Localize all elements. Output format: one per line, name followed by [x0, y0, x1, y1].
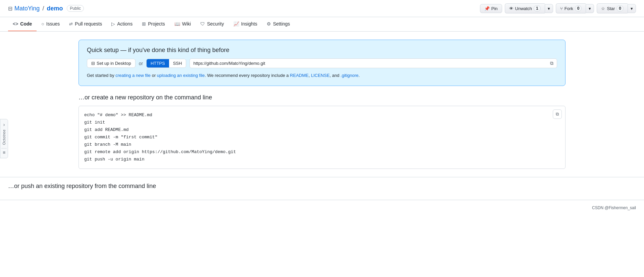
- pull-requests-icon: ⇄: [69, 21, 73, 27]
- repo-visibility-badge: Public: [67, 5, 84, 12]
- url-input-wrapper: ⧉: [190, 58, 557, 68]
- main-content: Quick setup — if you've done this kind o…: [70, 32, 574, 169]
- octotree-menu-icon: ≡: [3, 150, 5, 155]
- pin-icon: 📌: [484, 6, 490, 11]
- octotree-chevron: ›: [3, 122, 5, 127]
- setup-or-text: or: [139, 61, 143, 66]
- command-line-title: …or create a new repository on the comma…: [78, 94, 566, 101]
- hint-mid1: or: [151, 73, 157, 78]
- hint-link-gitignore[interactable]: .gitignore: [340, 73, 358, 78]
- nav-label-settings: Settings: [273, 21, 290, 27]
- hint-end: , and: [330, 73, 341, 78]
- wiki-icon: 📖: [174, 21, 180, 27]
- setup-desktop-button[interactable]: ⊟ Set up in Desktop: [87, 59, 136, 68]
- nav-label-actions: Actions: [117, 21, 132, 27]
- fork-count: 0: [575, 5, 582, 11]
- fork-icon: ⑂: [560, 6, 563, 11]
- repo-nav: <> Code ○ Issues ⇄ Pull requests ▷ Actio…: [0, 17, 644, 32]
- fork-button[interactable]: ⑂ Fork 0: [556, 3, 586, 13]
- star-caret[interactable]: ▾: [628, 4, 636, 13]
- code-block: echo "# demo" >> README.md git init git …: [84, 111, 552, 164]
- star-icon: ☆: [601, 6, 605, 11]
- issues-icon: ○: [41, 21, 44, 27]
- hint-link-new-file[interactable]: creating a new file: [115, 73, 151, 78]
- nav-label-pull-requests: Pull requests: [75, 21, 102, 27]
- hint-link-license[interactable]: LICENSE: [311, 73, 330, 78]
- https-button[interactable]: HTTPS: [147, 59, 169, 67]
- repo-url-input[interactable]: [190, 59, 547, 67]
- nav-item-issues[interactable]: ○ Issues: [37, 17, 64, 31]
- repo-type-icon: ⊟: [8, 5, 12, 12]
- code-block-wrapper: echo "# demo" >> README.md git init git …: [78, 106, 566, 169]
- nav-label-security: Security: [207, 21, 224, 27]
- octotree-label: Octotree: [2, 129, 6, 145]
- nav-item-wiki[interactable]: 📖 Wiki: [170, 17, 196, 31]
- unwatch-count: 1: [534, 5, 541, 11]
- command-line-section: …or create a new repository on the comma…: [78, 94, 566, 169]
- desktop-icon: ⊟: [91, 61, 95, 66]
- nav-label-code: Code: [20, 21, 32, 27]
- repo-separator: /: [42, 5, 44, 12]
- hint-period: .: [359, 73, 360, 78]
- projects-icon: ⊞: [142, 21, 146, 27]
- repo-header: ⊟ MatoYing / demo Public 📌 Pin 👁 Unwatch…: [0, 0, 644, 17]
- security-icon: 🛡: [200, 21, 205, 27]
- nav-item-pull-requests[interactable]: ⇄ Pull requests: [64, 17, 107, 31]
- fork-button-group: ⑂ Fork 0 ▾: [556, 3, 594, 13]
- star-button-group: ☆ Star 0 ▾: [597, 3, 636, 13]
- nav-label-projects: Projects: [148, 21, 165, 27]
- unwatch-label: Unwatch: [515, 6, 532, 11]
- nav-label-wiki: Wiki: [182, 21, 191, 27]
- fork-label: Fork: [565, 6, 573, 11]
- unwatch-caret[interactable]: ▾: [545, 4, 553, 13]
- octotree-divider: [1, 148, 7, 148]
- quick-setup-box: Quick setup — if you've done this kind o…: [78, 40, 566, 86]
- star-button[interactable]: ☆ Star 0: [597, 3, 628, 13]
- watermark-text: CSDN @Fishermen_sail: [592, 205, 636, 210]
- push-section-header: …or push an existing repository from the…: [0, 177, 644, 200]
- setup-desktop-label: Set up in Desktop: [97, 61, 131, 66]
- unwatch-button[interactable]: 👁 Unwatch 1: [505, 3, 545, 13]
- hint-prefix: Get started by: [87, 73, 115, 78]
- nav-item-actions[interactable]: ▷ Actions: [107, 17, 137, 31]
- nav-label-insights: Insights: [241, 21, 257, 27]
- actions-icon: ▷: [111, 21, 115, 27]
- header-actions: 📌 Pin 👁 Unwatch 1 ▾ ⑂ Fork 0 ▾ ☆: [480, 3, 636, 13]
- repo-title: ⊟ MatoYing / demo Public: [8, 5, 480, 12]
- nav-item-settings[interactable]: ⚙ Settings: [262, 17, 295, 31]
- copy-code-button[interactable]: ⧉: [553, 109, 562, 119]
- code-icon: <>: [13, 21, 18, 27]
- nav-item-security[interactable]: 🛡 Security: [196, 17, 229, 31]
- protocol-buttons: HTTPS SSH: [146, 59, 186, 68]
- pin-label: Pin: [491, 6, 498, 11]
- quick-setup-title: Quick setup — if you've done this kind o…: [87, 47, 557, 54]
- pin-button-group: 📌 Pin: [480, 4, 502, 13]
- octotree-panel[interactable]: › Octotree ≡: [0, 119, 8, 158]
- settings-icon: ⚙: [267, 21, 271, 27]
- ssh-button[interactable]: SSH: [169, 59, 186, 67]
- copy-url-button[interactable]: ⧉: [547, 59, 557, 68]
- nav-item-code[interactable]: <> Code: [8, 17, 37, 31]
- setup-row: ⊟ Set up in Desktop or HTTPS SSH ⧉: [87, 58, 557, 68]
- unwatch-button-group: 👁 Unwatch 1 ▾: [505, 3, 553, 13]
- fork-caret[interactable]: ▾: [586, 4, 594, 13]
- repo-owner-link[interactable]: MatoYing: [14, 5, 40, 12]
- star-count: 0: [616, 5, 624, 11]
- nav-label-issues: Issues: [46, 21, 60, 27]
- star-label: Star: [607, 6, 615, 11]
- push-section-title: …or push an existing repository from the…: [8, 183, 636, 190]
- insights-icon: 📈: [233, 21, 239, 27]
- repo-name-link[interactable]: demo: [47, 5, 63, 12]
- nav-item-insights[interactable]: 📈 Insights: [229, 17, 262, 31]
- hint-link-readme[interactable]: README: [290, 73, 309, 78]
- hint-mid2: . We recommend every repository include …: [205, 73, 290, 78]
- nav-item-projects[interactable]: ⊞ Projects: [137, 17, 170, 31]
- unwatch-icon: 👁: [509, 6, 514, 11]
- setup-hint: Get started by creating a new file or up…: [87, 72, 557, 79]
- pin-button[interactable]: 📌 Pin: [480, 4, 502, 13]
- footer-watermark: CSDN @Fishermen_sail: [0, 200, 644, 216]
- hint-link-upload[interactable]: uploading an existing file: [157, 73, 205, 78]
